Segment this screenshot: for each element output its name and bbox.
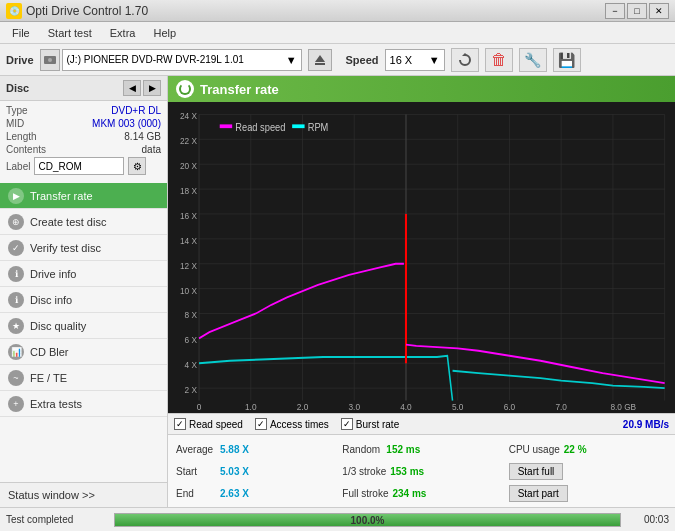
start-row: Start 5.03 X — [176, 461, 334, 481]
svg-point-1 — [48, 58, 52, 62]
end-row: End 2.63 X — [176, 483, 334, 503]
stroke-row: 1/3 stroke 153 ms — [342, 461, 500, 481]
eject-button[interactable] — [308, 49, 332, 71]
random-value: 152 ms — [386, 444, 420, 455]
start-full-row: Start full — [509, 461, 667, 481]
nav-fe-te[interactable]: ~ FE / TE — [0, 365, 167, 391]
status-window-button[interactable]: Status window >> — [0, 482, 167, 507]
fe-te-icon: ~ — [8, 370, 24, 386]
minimize-button[interactable]: − — [605, 3, 625, 19]
menu-file[interactable]: File — [4, 25, 38, 41]
svg-text:16 X: 16 X — [180, 210, 197, 221]
drive-select-text: (J:) PIONEER DVD-RW DVR-219L 1.01 — [67, 54, 244, 65]
speed-select[interactable]: 16 X ▼ — [385, 49, 445, 71]
svg-text:2.0: 2.0 — [297, 402, 309, 413]
start-label: Start — [176, 466, 216, 477]
app-title: Opti Drive Control 1.70 — [26, 4, 148, 18]
access-times-checkbox[interactable]: ✓ — [255, 418, 267, 430]
nav-cd-bler[interactable]: 📊 CD Bler — [0, 339, 167, 365]
create-test-disc-label: Create test disc — [30, 216, 106, 228]
extra-tests-label: Extra tests — [30, 398, 82, 410]
start-full-button[interactable]: Start full — [509, 463, 564, 480]
burst-rate-check-label: Burst rate — [356, 419, 399, 430]
nav-verify-test-disc[interactable]: ✓ Verify test disc — [0, 235, 167, 261]
drive-bar: Drive (J:) PIONEER DVD-RW DVR-219L 1.01 … — [0, 44, 675, 76]
create-test-disc-icon: ⊕ — [8, 214, 24, 230]
speed-value: 16 X — [390, 54, 413, 66]
end-label: End — [176, 488, 216, 499]
access-times-check[interactable]: ✓ Access times — [255, 418, 329, 430]
read-speed-check[interactable]: ✓ Read speed — [174, 418, 243, 430]
title-bar-left: 💿 Opti Drive Control 1.70 — [6, 3, 148, 19]
erase-button[interactable]: 🗑 — [485, 48, 513, 72]
disc-prev-button[interactable]: ◀ — [123, 80, 141, 96]
label-settings-button[interactable]: ⚙ — [128, 157, 146, 175]
svg-text:24 X: 24 X — [180, 111, 197, 122]
nav-create-test-disc[interactable]: ⊕ Create test disc — [0, 209, 167, 235]
fe-te-label: FE / TE — [30, 372, 67, 384]
svg-text:18 X: 18 X — [180, 185, 197, 196]
type-value: DVD+R DL — [111, 105, 161, 116]
label-input[interactable] — [34, 157, 124, 175]
drive-label: Drive — [6, 54, 34, 66]
stats-area: Average 5.88 X Random 152 ms CPU usage 2… — [168, 435, 675, 507]
svg-text:2 X: 2 X — [185, 384, 197, 395]
drive-icon — [40, 49, 60, 71]
burst-rate-check[interactable]: ✓ Burst rate — [341, 418, 399, 430]
svg-text:0: 0 — [197, 402, 202, 413]
start-value: 5.03 X — [220, 466, 249, 477]
chart-title: Transfer rate — [200, 82, 279, 97]
average-label: Average — [176, 444, 216, 455]
end-value: 2.63 X — [220, 488, 249, 499]
cd-bler-label: CD Bler — [30, 346, 69, 358]
stroke-label: 1/3 stroke — [342, 466, 386, 477]
menu-extra[interactable]: Extra — [102, 25, 144, 41]
svg-rect-49 — [220, 124, 232, 128]
menu-help[interactable]: Help — [145, 25, 184, 41]
disc-contents-row: Contents data — [6, 144, 161, 155]
disc-next-button[interactable]: ▶ — [143, 80, 161, 96]
verify-test-disc-icon: ✓ — [8, 240, 24, 256]
main-content: Disc ◀ ▶ Type DVD+R DL MID MKM 003 (000)… — [0, 76, 675, 507]
burst-rate-checkbox[interactable]: ✓ — [341, 418, 353, 430]
access-times-check-label: Access times — [270, 419, 329, 430]
svg-text:12 X: 12 X — [180, 260, 197, 271]
nav-drive-info[interactable]: ℹ Drive info — [0, 261, 167, 287]
save-button[interactable]: 💾 — [553, 48, 581, 72]
svg-text:4.0: 4.0 — [400, 402, 412, 413]
disc-quality-icon: ★ — [8, 318, 24, 334]
cd-bler-icon: 📊 — [8, 344, 24, 360]
chart-header-icon — [176, 80, 194, 98]
burst-rate-number: 20.9 MB/s — [623, 419, 669, 430]
drive-select[interactable]: (J:) PIONEER DVD-RW DVR-219L 1.01 ▼ — [62, 49, 302, 71]
menu-start-test[interactable]: Start test — [40, 25, 100, 41]
maximize-button[interactable]: □ — [627, 3, 647, 19]
chart-controls: ✓ Read speed ✓ Access times ✓ Burst rate… — [168, 413, 675, 435]
contents-label: Contents — [6, 144, 46, 155]
left-panel: Disc ◀ ▶ Type DVD+R DL MID MKM 003 (000)… — [0, 76, 168, 507]
nav-disc-info[interactable]: ℹ Disc info — [0, 287, 167, 313]
disc-length-row: Length 8.14 GB — [6, 131, 161, 142]
average-row: Average 5.88 X — [176, 439, 334, 459]
disc-type-row: Type DVD+R DL — [6, 105, 161, 116]
contents-value: data — [142, 144, 161, 155]
status-text: Test completed — [6, 514, 106, 525]
svg-text:1.0: 1.0 — [245, 402, 257, 413]
stroke-value: 153 ms — [390, 466, 424, 477]
svg-marker-2 — [315, 55, 325, 62]
title-bar-controls: − □ ✕ — [605, 3, 669, 19]
refresh-button[interactable] — [451, 48, 479, 72]
start-part-button[interactable]: Start part — [509, 485, 568, 502]
app-icon: 💿 — [6, 3, 22, 19]
chart-header-icon-inner — [179, 83, 191, 95]
svg-rect-51 — [292, 124, 304, 128]
nav-disc-quality[interactable]: ★ Disc quality — [0, 313, 167, 339]
svg-text:20 X: 20 X — [180, 160, 197, 171]
read-speed-checkbox[interactable]: ✓ — [174, 418, 186, 430]
nav-extra-tests[interactable]: + Extra tests — [0, 391, 167, 417]
close-button[interactable]: ✕ — [649, 3, 669, 19]
nav-transfer-rate[interactable]: ▶ Transfer rate — [0, 183, 167, 209]
svg-rect-3 — [315, 63, 325, 65]
speed-arrow: ▼ — [429, 54, 440, 66]
tools-button[interactable]: 🔧 — [519, 48, 547, 72]
